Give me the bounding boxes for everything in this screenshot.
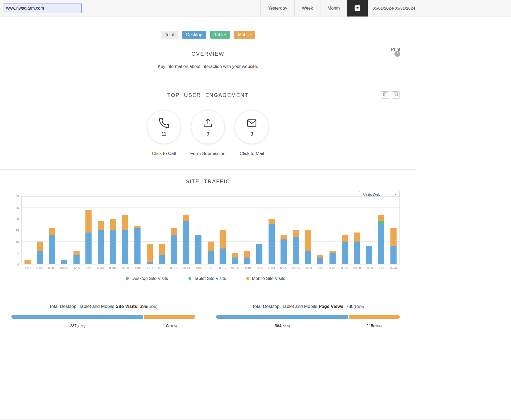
bar-05/28[interactable]	[351, 197, 363, 264]
bar-05/30[interactable]	[375, 197, 388, 264]
bar-05/18[interactable]	[229, 197, 241, 264]
bar-05/19[interactable]	[241, 197, 253, 264]
device-filter-buttons: Total Desktop Tablet Mobile	[0, 31, 416, 39]
bar-05/17[interactable]	[217, 197, 229, 264]
date-range-display[interactable]: 05/01/2024-05/31/2024	[368, 0, 416, 17]
bar-05/16[interactable]	[204, 197, 217, 264]
bar-05/09[interactable]	[119, 197, 131, 264]
engagement-cards: 11 Click to Call 9 Form Submission	[0, 111, 416, 156]
legend-item[interactable]: Desktop Site Visits	[126, 276, 168, 281]
mail-icon	[246, 117, 257, 130]
phone-icon	[158, 117, 170, 130]
calendar-button[interactable]	[347, 0, 368, 17]
summary-prefix: Total Desktop, Tablet and Mobile	[49, 304, 116, 309]
mobile-site-visits-segment	[354, 233, 360, 242]
desktop-site-visits-segment	[244, 258, 250, 264]
x-tick-label: 05/20	[253, 266, 266, 270]
x-tick-label: 05/22	[278, 266, 290, 270]
desktop-segment	[216, 315, 348, 319]
bar-05/26[interactable]	[326, 197, 339, 264]
legend-item[interactable]: Mobile Site Visits	[246, 276, 285, 281]
bar-05/13[interactable]	[168, 197, 180, 264]
range-button-yesterday[interactable]: Yesterday	[260, 0, 294, 17]
site-visits-progress-bar	[11, 315, 195, 319]
desktop-site-visits-segment	[195, 235, 201, 264]
bar-05/27[interactable]	[339, 197, 351, 264]
mobile-site-visits-segment	[110, 219, 116, 230]
form-submission-card[interactable]: 9 Form Submission	[190, 111, 225, 156]
mobile-site-visits-segment	[37, 242, 43, 251]
bar-05/10[interactable]	[131, 197, 143, 264]
filter-total-button[interactable]: Total	[161, 31, 178, 39]
help-icon[interactable]: ?	[394, 51, 400, 57]
desktop-site-visits-segment	[281, 239, 287, 264]
topbar: Yesterday Week Month	[0, 0, 511, 17]
bar-05/29[interactable]	[363, 197, 375, 264]
bar-05/14[interactable]	[180, 197, 192, 264]
bar-05/02[interactable]	[34, 197, 46, 264]
mobile-site-visits-segment	[269, 219, 275, 224]
mobile-site-visits-segment	[293, 230, 299, 237]
summary-metric: Site Visits	[116, 304, 137, 309]
website-url-input[interactable]	[3, 3, 82, 13]
bar-05/25[interactable]	[314, 197, 327, 264]
legend-item[interactable]: Tablet Site Visits	[188, 276, 226, 281]
chart-bars	[22, 197, 399, 264]
mobile-site-visits-segment	[73, 251, 80, 255]
desktop-site-visits-segment	[354, 242, 360, 264]
table-view-button[interactable]	[381, 91, 389, 99]
click-to-call-card[interactable]: 11 Click to Call	[147, 111, 180, 156]
bar-05/21[interactable]	[265, 197, 278, 264]
overview-title: OVERVIEW	[0, 51, 416, 57]
bar-05/05[interactable]	[70, 197, 83, 264]
bar-05/24[interactable]	[302, 197, 314, 264]
click-to-mail-card[interactable]: 3 Click to Mail	[235, 111, 268, 156]
x-tick-label: 05/29	[363, 266, 376, 270]
y-tick-label: 20	[16, 217, 19, 221]
bar-05/08[interactable]	[107, 197, 119, 264]
desktop-site-visits-segment	[110, 230, 116, 264]
range-button-month[interactable]: Month	[320, 0, 347, 17]
bar-05/12[interactable]	[156, 197, 168, 264]
desktop-site-visits-segment	[342, 242, 348, 264]
mobile-site-visits-segment	[329, 251, 336, 253]
bar-05/04[interactable]	[58, 197, 70, 264]
desktop-site-visits-segment	[329, 253, 336, 264]
chart-plot-area	[21, 196, 400, 264]
range-button-week[interactable]: Week	[294, 0, 320, 17]
bar-05/31[interactable]	[387, 197, 399, 264]
bar-05/23[interactable]	[290, 197, 302, 264]
desktop-site-visits-segment	[134, 228, 141, 264]
bar-05/01[interactable]	[22, 197, 34, 264]
desktop-site-visits-segment	[269, 224, 275, 264]
click-to-mail-label: Click to Mail	[240, 151, 264, 156]
bar-05/11[interactable]	[143, 197, 156, 264]
filter-tablet-button[interactable]: Tablet	[210, 31, 230, 39]
bar-05/06[interactable]	[83, 197, 95, 264]
mobile-site-visits-segment	[24, 260, 31, 264]
site-visits-summary-title: Total Desktop, Tablet and Mobile Site Vi…	[11, 304, 195, 309]
page-bottom-divider	[0, 419, 511, 419]
desktop-segment	[11, 315, 143, 319]
legend-label: Mobile Site Visits	[252, 276, 285, 281]
summary-total: 780	[346, 304, 353, 309]
desktop-site-visits-segment	[171, 235, 177, 264]
bar-05/15[interactable]	[192, 197, 204, 264]
bar-05/07[interactable]	[95, 197, 107, 264]
bar-05/20[interactable]	[253, 197, 265, 264]
bar-05/03[interactable]	[46, 197, 58, 264]
x-tick-label: 05/15	[192, 266, 204, 270]
desktop-site-visits-segment	[317, 258, 323, 264]
x-tick-label: 05/11	[143, 266, 156, 270]
chart-view-button[interactable]	[392, 91, 400, 99]
desktop-site-visits-segment	[49, 235, 55, 264]
filter-desktop-button[interactable]: Desktop	[182, 31, 206, 39]
mobile-site-visits-segment	[281, 235, 287, 239]
x-tick-label: 05/25	[314, 266, 327, 270]
desktop-site-visits-segment	[85, 233, 92, 264]
filter-mobile-button[interactable]: Mobile	[234, 31, 255, 39]
bar-05/22[interactable]	[278, 197, 290, 264]
mobile-site-visits-segment	[232, 253, 238, 258]
mobile-site-visits-segment	[317, 255, 323, 257]
legend-dot	[188, 277, 191, 280]
